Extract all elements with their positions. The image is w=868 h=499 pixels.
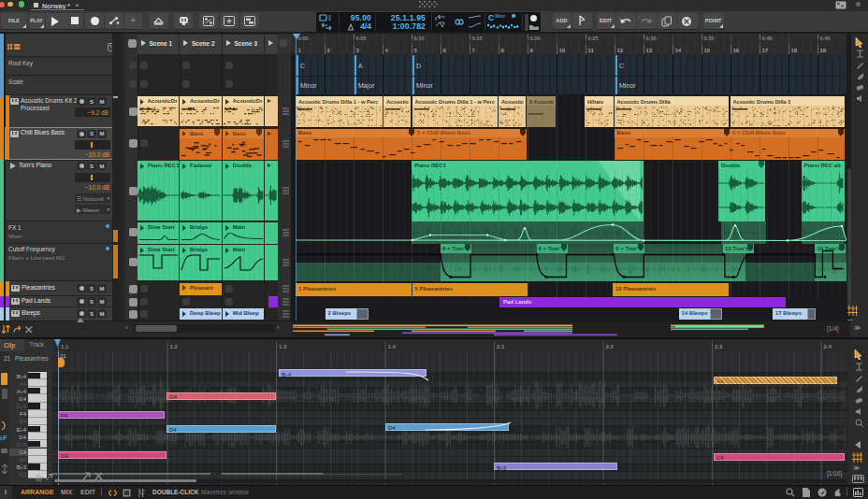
svg-text:2.3: 2.3 [715,344,723,349]
svg-text:✓: ✓ [820,490,826,496]
svg-text:1.3: 1.3 [279,344,287,349]
svg-text:2.4: 2.4 [824,344,832,349]
svg-text:2.1: 2.1 [497,344,505,349]
svg-text:2.2: 2.2 [606,344,615,349]
svg-text:1.2: 1.2 [170,344,179,349]
svg-text:1.1: 1.1 [61,344,69,349]
svg-text:1.4: 1.4 [388,344,397,349]
